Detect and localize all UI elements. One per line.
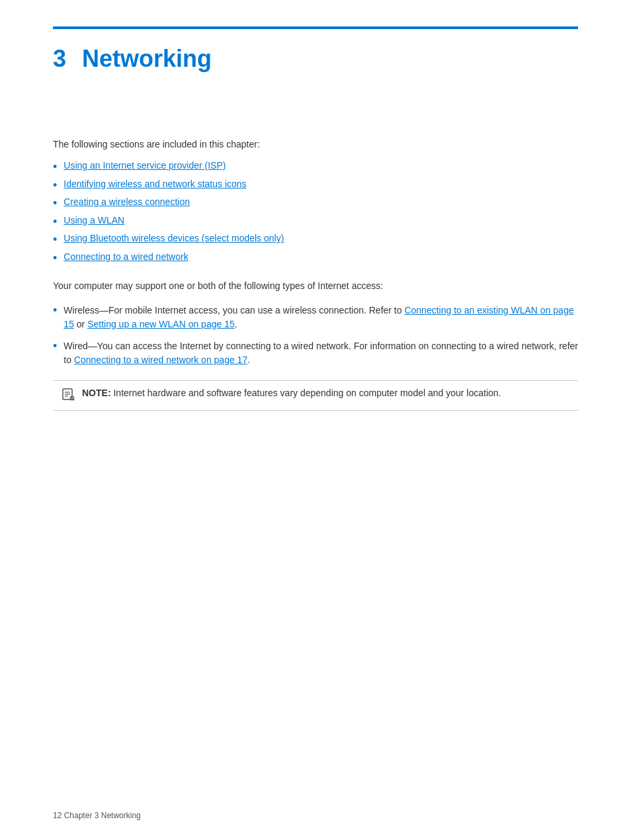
- bullet-icon: •: [53, 179, 57, 193]
- list-item: • Creating a wireless connection: [53, 196, 578, 211]
- page: 3 Networking The following sections are …: [0, 0, 631, 840]
- wireless-suffix: .: [235, 319, 237, 329]
- chapter-number: 3: [53, 45, 66, 73]
- bullet-icon: •: [53, 304, 57, 318]
- toc-link-6[interactable]: Connecting to a wired network: [63, 251, 188, 262]
- list-item: • Wired—You can access the Internet by c…: [53, 339, 578, 367]
- note-content: Internet hardware and software features …: [113, 388, 501, 398]
- wireless-item-text: Wireless—For mobile Internet access, you…: [63, 304, 578, 331]
- toc-link-1[interactable]: Using an Internet service provider (ISP): [63, 160, 226, 171]
- chapter-header: 3 Networking: [53, 45, 578, 73]
- toc-link-3[interactable]: Creating a wireless connection: [63, 196, 190, 207]
- bullet-icon: •: [53, 160, 57, 175]
- bullet-icon: •: [53, 215, 57, 230]
- wireless-prefix: Wireless—For mobile Internet access, you…: [63, 305, 404, 315]
- top-border: [53, 26, 578, 29]
- intro-text: The following sections are included in t…: [53, 139, 578, 149]
- footer: 12 Chapter 3 Networking: [53, 811, 141, 820]
- bullet-icon: •: [53, 233, 57, 247]
- content-list: • Wireless—For mobile Internet access, y…: [53, 304, 578, 367]
- list-item: • Using an Internet service provider (IS…: [53, 160, 578, 175]
- bullet-icon: •: [53, 251, 57, 266]
- note-label: NOTE:: [82, 388, 111, 398]
- toc-link-4[interactable]: Using a WLAN: [63, 215, 124, 226]
- bullet-icon: •: [53, 196, 57, 211]
- toc-link-5[interactable]: Using Bluetooth wireless devices (select…: [63, 233, 284, 243]
- list-item: • Using a WLAN: [53, 215, 578, 230]
- list-item: • Using Bluetooth wireless devices (sele…: [53, 233, 578, 247]
- wired-item-text: Wired—You can access the Internet by con…: [63, 339, 578, 367]
- toc-list: • Using an Internet service provider (IS…: [53, 160, 578, 266]
- wired-suffix: .: [247, 355, 250, 365]
- wlan-new-link[interactable]: Setting up a new WLAN on page 15: [87, 319, 235, 329]
- wireless-middle: or: [74, 319, 87, 329]
- list-item: • Connecting to a wired network: [53, 251, 578, 266]
- note-icon: [61, 387, 77, 405]
- footer-text: 12 Chapter 3 Networking: [53, 811, 141, 820]
- list-item: • Identifying wireless and network statu…: [53, 179, 578, 193]
- body-text: Your computer may support one or both of…: [53, 279, 578, 293]
- wired-network-link[interactable]: Connecting to a wired network on page 17: [74, 355, 247, 365]
- note-text: NOTE: Internet hardware and software fea…: [82, 386, 501, 400]
- note-box: NOTE: Internet hardware and software fea…: [53, 380, 578, 411]
- toc-link-2[interactable]: Identifying wireless and network status …: [63, 179, 246, 189]
- list-item: • Wireless—For mobile Internet access, y…: [53, 304, 578, 331]
- bullet-icon: •: [53, 339, 57, 354]
- chapter-title: Networking: [82, 45, 212, 73]
